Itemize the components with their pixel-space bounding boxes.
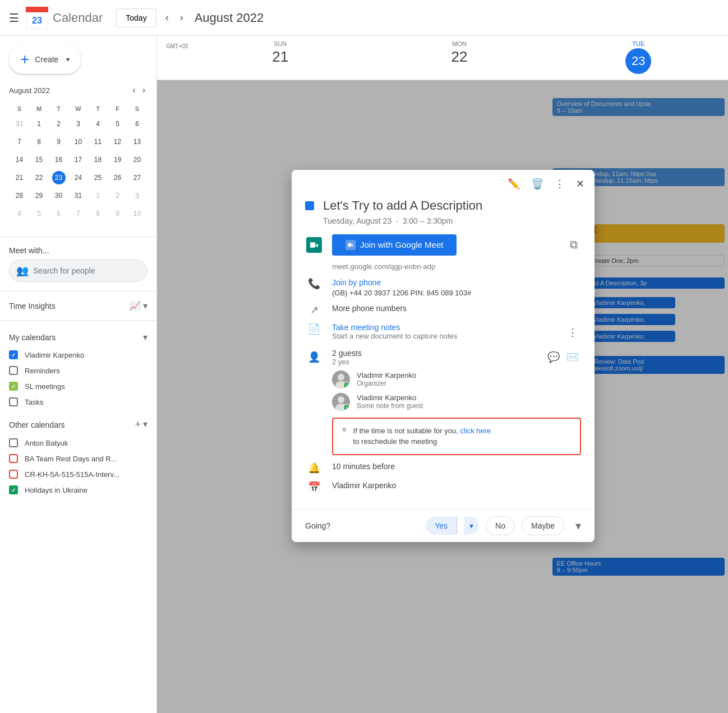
footer-expand-button[interactable]: ▾ [575, 519, 581, 533]
mini-cal-day[interactable]: 23 [49, 169, 68, 186]
divider3 [0, 320, 156, 321]
calendar-checkbox-ba-team[interactable] [9, 454, 18, 463]
mini-cal-day[interactable]: 20 [128, 151, 146, 168]
event-time: 3:00 – 3:30pm [403, 216, 453, 225]
mini-cal-day[interactable]: 27 [128, 169, 146, 186]
prev-button[interactable]: ‹ [161, 7, 173, 28]
mini-cal-day[interactable]: 9 [108, 205, 127, 222]
copy-meet-link-button[interactable]: ⧉ [566, 235, 581, 254]
mini-cal-day[interactable]: 4 [89, 115, 107, 132]
delete-event-button[interactable]: 🗑️ [528, 174, 547, 193]
calendar-item-ba-team[interactable]: BA Team Rest Days and R... [0, 451, 156, 466]
mini-cal-day[interactable]: 18 [89, 151, 107, 168]
mini-cal-day[interactable]: 10 [128, 205, 146, 222]
mini-cal-day[interactable]: 8 [89, 205, 107, 222]
close-popup-button[interactable]: ✕ [573, 174, 588, 193]
mini-cal-day[interactable]: 31 [69, 187, 87, 204]
calendar-item-reminders[interactable]: Reminders [0, 363, 156, 378]
mini-cal-day[interactable]: 13 [128, 133, 146, 150]
mini-cal-day[interactable]: 12 [108, 133, 127, 150]
mini-cal-day[interactable]: 5 [30, 205, 48, 222]
my-calendars-header[interactable]: My calendars ▾ [0, 327, 156, 347]
calendar-item-sl-meetings[interactable]: SL meetings [0, 378, 156, 394]
calendar-checkbox-anton[interactable] [9, 438, 18, 447]
mini-cal-next[interactable]: › [140, 83, 148, 98]
mini-cal-day[interactable]: 3 [69, 115, 87, 132]
divider2 [0, 291, 156, 291]
guests-header: 2 guests 2 yes 💬 ✉️ [332, 349, 581, 366]
mini-cal-day[interactable]: 17 [69, 151, 87, 168]
rsvp-yes-button[interactable]: Yes [426, 517, 457, 535]
mini-cal-day[interactable]: 7 [69, 205, 87, 222]
calendar-label-reminders: Reminders [25, 367, 60, 375]
take-notes-link[interactable]: Take meeting notes [332, 323, 555, 332]
calendar-checkbox-reminders[interactable] [9, 366, 18, 375]
reschedule-click-here-link[interactable]: click here [460, 427, 491, 435]
calendar-item-anton[interactable]: Anton Batyuk [0, 435, 156, 451]
hamburger-icon[interactable]: ☰ [9, 11, 19, 25]
calendar-item-holidays[interactable]: Holidays in Ukraine [0, 482, 156, 498]
more-options-button[interactable]: ⋮ [551, 174, 568, 193]
search-people-input[interactable]: 👥 Search for people [9, 260, 148, 282]
mini-cal-day[interactable]: 10 [69, 133, 87, 150]
calendar-checkbox-tasks[interactable] [9, 397, 18, 406]
mini-cal-day[interactable]: 21 [10, 169, 29, 186]
add-other-calendar-icon[interactable]: + [135, 419, 141, 430]
mini-cal-day[interactable]: 6 [49, 205, 68, 222]
mini-cal-prev[interactable]: ‹ [130, 83, 137, 98]
join-meet-button[interactable]: Join with Google Meet [332, 234, 457, 256]
notes-doc-icon: 📄 [305, 323, 323, 335]
mini-cal-day[interactable]: 2 [49, 115, 68, 132]
mini-cal-day[interactable]: 19 [108, 151, 127, 168]
calendar-checkbox-vladimir[interactable] [9, 350, 18, 359]
mini-cal-day[interactable]: 25 [89, 169, 107, 186]
mini-cal-day[interactable]: 5 [108, 115, 127, 132]
day-header-t1: T [49, 103, 68, 114]
mini-cal-day[interactable]: 14 [10, 151, 29, 168]
logo-area: 23 Calendar [26, 7, 103, 29]
rsvp-maybe-button[interactable]: Maybe [522, 516, 564, 535]
mini-cal-day[interactable]: 16 [49, 151, 68, 168]
calendar-item-vladimir[interactable]: Vladimir Karpenko [0, 347, 156, 363]
mini-cal-day[interactable]: 29 [30, 187, 48, 204]
join-by-phone-link[interactable]: Join by phone [332, 278, 381, 287]
other-calendars-header[interactable]: Other calendars + ▾ [0, 414, 156, 435]
mini-cal-day[interactable]: 15 [30, 151, 48, 168]
mini-cal-day[interactable]: 28 [10, 187, 29, 204]
mini-cal-day[interactable]: 31 [10, 115, 29, 132]
notes-more-button[interactable]: ⋮ [564, 323, 581, 342]
more-phones-link[interactable]: More phone numbers [332, 304, 407, 313]
mini-cal-day[interactable]: 9 [49, 133, 68, 150]
create-button[interactable]: + Create ▾ [9, 45, 81, 74]
mini-cal-day[interactable]: 26 [108, 169, 127, 186]
email-guests-button[interactable]: ✉️ [564, 349, 581, 365]
mini-cal-day[interactable]: 6 [128, 115, 146, 132]
edit-event-button[interactable]: ✏️ [504, 174, 523, 193]
mini-cal-day[interactable]: 4 [10, 205, 29, 222]
mini-cal-day[interactable]: 8 [30, 133, 48, 150]
mini-cal-day[interactable]: 1 [30, 115, 48, 132]
mini-cal-day[interactable]: 11 [89, 133, 107, 150]
chat-guests-button[interactable]: 💬 [545, 349, 562, 365]
calendar-item-cr[interactable]: CR-KH-5A-515-515A-Interv... [0, 466, 156, 482]
calendar-checkbox-sl-meetings[interactable] [9, 382, 18, 391]
mini-cal-day[interactable]: 30 [49, 187, 68, 204]
calendar-checkbox-cr[interactable] [9, 470, 18, 479]
rsvp-no-button[interactable]: No [486, 516, 515, 535]
mini-cal-day[interactable]: 22 [30, 169, 48, 186]
time-insights-section[interactable]: Time Insights 📈 ▾ [0, 296, 156, 316]
today-button[interactable]: Today [116, 8, 156, 27]
mini-cal-day[interactable]: 7 [10, 133, 29, 150]
mon-name: MON [370, 40, 549, 47]
day-header-s2: S [128, 103, 146, 114]
calendar-checkbox-holidays[interactable] [9, 485, 18, 494]
meet-icon-area [305, 237, 323, 253]
mini-cal-day[interactable]: 24 [69, 169, 87, 186]
mini-cal-day[interactable]: 1 [89, 187, 107, 204]
notes-sub: Start a new document to capture notes [332, 332, 555, 340]
rsvp-yes-dropdown[interactable]: ▾ [464, 517, 479, 535]
mini-cal-day[interactable]: 2 [108, 187, 127, 204]
next-button[interactable]: › [176, 7, 188, 28]
mini-cal-day[interactable]: 3 [128, 187, 146, 204]
calendar-item-tasks[interactable]: Tasks [0, 394, 156, 410]
